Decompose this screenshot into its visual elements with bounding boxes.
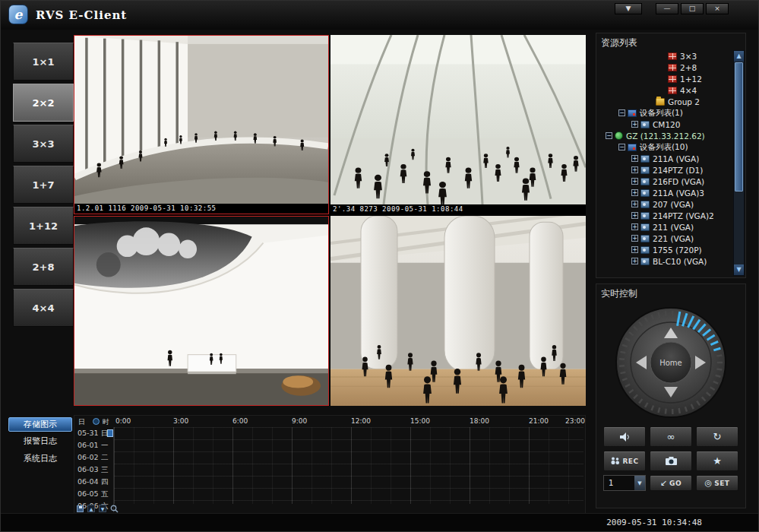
speaker-icon [618, 432, 631, 442]
expand-icon[interactable]: + [631, 178, 638, 185]
time-tick: 15:00 [410, 417, 430, 425]
audio-button[interactable] [603, 426, 646, 447]
expand-icon[interactable]: + [631, 166, 638, 173]
tree-item-cm120[interactable]: +CM120 [598, 119, 732, 130]
ptz-control[interactable]: Home [599, 303, 743, 422]
snapshot-button[interactable] [650, 451, 692, 471]
camera-icon [640, 178, 650, 185]
layout-preset-icon [668, 75, 677, 83]
expand-icon[interactable]: + [631, 155, 638, 162]
status-datetime: 2009-05-31 10:34:48 [606, 518, 702, 527]
layout-button-3x3[interactable]: 3×3 [13, 125, 74, 163]
layout-button-1x1[interactable]: 1×1 [13, 43, 74, 81]
spin-up-icon[interactable]: ▲ [87, 505, 95, 512]
expand-icon[interactable]: + [631, 201, 638, 207]
tree-item-preset-1p12[interactable]: 1+12 [598, 73, 732, 84]
tree-item-214ptz-vga2[interactable]: +214PTZ (VGA)2 [598, 210, 732, 221]
server-online-icon [615, 131, 623, 140]
tree-item-device-list-1[interactable]: −设备列表(1) [598, 107, 732, 119]
set-button[interactable]: ◎ SET [696, 475, 738, 491]
camera-icon [640, 258, 650, 265]
time-tick: 9:00 [292, 417, 307, 425]
chevron-down-icon[interactable]: ▼ [634, 476, 645, 490]
tree-item-207-vga[interactable]: +207 (VGA) [598, 198, 732, 210]
tree-scrollbar[interactable]: ▲ ▼ [733, 50, 745, 276]
favorite-button[interactable]: ★ [696, 451, 738, 471]
timeline-date-row[interactable]: 06-04四 [74, 476, 113, 488]
tree-item-gz-server[interactable]: −GZ (121.33.212.62) [598, 130, 732, 141]
video-snapshot-columns [330, 216, 586, 406]
timeline-date-row[interactable]: 06-02二 [74, 451, 113, 464]
tree-item-221-vga[interactable]: +221 (VGA) [598, 233, 732, 244]
time-tick: 3:00 [173, 417, 188, 425]
video-cell-1[interactable]: 1.2.01 1116 2009-05-31 10:32:55 [74, 35, 329, 214]
title-bar: e RVS E-Client ▼ — □ × [1, 1, 758, 30]
video-timestamp: 1.2.01 1116 2009-05-31 10:32:55 [74, 204, 328, 214]
layout-button-2p8[interactable]: 2+8 [13, 248, 74, 286]
tree-item-211-vga[interactable]: +211 (VGA) [598, 221, 732, 233]
scroll-up-icon[interactable]: ▲ [734, 51, 744, 62]
tab-alarm-log[interactable]: 报警日志 [8, 435, 72, 449]
layout-button-1p12[interactable]: 1+12 [13, 207, 74, 245]
tree-item-211a-vga3[interactable]: +211A (VGA)3 [598, 187, 732, 198]
tree-item-preset-3x3[interactable]: 3×3 [598, 50, 732, 62]
tree-item-216fd-vga[interactable]: +216FD (VGA) [598, 176, 732, 187]
dropdown-button[interactable]: ▼ [615, 3, 642, 14]
time-tick: 18:00 [470, 417, 489, 425]
infinity-icon: ∞ [667, 431, 675, 442]
magnifier-icon[interactable] [110, 505, 119, 513]
tab-storage-chart[interactable]: 存储图示 [8, 417, 72, 432]
channel-select[interactable]: 1 ▼ [603, 475, 646, 491]
expand-icon[interactable]: + [631, 189, 638, 196]
tree-item-device-list-10[interactable]: −设备列表(10) [598, 141, 732, 153]
scrollbar-thumb[interactable] [735, 62, 743, 192]
ptz-home-label: Home [659, 359, 682, 367]
tree-item-1755-720p[interactable]: +1755 (720P) [598, 244, 732, 255]
set-ring-icon: ◎ [705, 478, 713, 488]
collapse-icon[interactable]: − [618, 144, 625, 150]
tree-item-214ptz-d1[interactable]: +214PTZ (D1) [598, 164, 732, 176]
time-tick: 0:00 [115, 417, 131, 425]
video-cell-2[interactable]: 2'.34 8273 2009-05-31 1:08:44 [330, 35, 586, 214]
layout-button-4x4[interactable]: 4×4 [13, 289, 74, 327]
layout-button-2x2[interactable]: 2×2 [13, 84, 74, 122]
expand-icon[interactable]: + [631, 223, 638, 230]
control-panel: 实时控制 Home ∞ ↻ [596, 283, 746, 508]
collapse-icon[interactable]: − [606, 132, 612, 139]
layout-preset-icon [668, 52, 677, 60]
loop-button[interactable]: ∞ [650, 426, 692, 447]
close-button[interactable]: × [706, 3, 729, 14]
collapse-icon[interactable]: − [618, 109, 625, 116]
timeline-date-row[interactable]: 06-05五 [74, 488, 113, 500]
timeline-date-row[interactable]: 05-31日 [74, 427, 113, 439]
tree-item-preset-4x4[interactable]: 4×4 [598, 84, 732, 96]
video-cell-3[interactable] [74, 216, 329, 406]
expand-icon[interactable]: + [631, 258, 638, 264]
video-cell-4[interactable] [330, 216, 586, 406]
minimize-button[interactable]: — [656, 3, 678, 14]
spin-down-icon[interactable]: ▼ [99, 505, 106, 512]
camera-icon [640, 189, 650, 197]
video-timestamp: 2'.34 8273 2009-05-31 1:08:44 [330, 204, 586, 214]
tree-item-211a-vga[interactable]: +211A (VGA) [598, 153, 732, 164]
tree-item-preset-2p8[interactable]: 2+8 [598, 62, 732, 73]
refresh-button[interactable]: ↻ [696, 426, 738, 447]
channel-value: 1 [609, 479, 613, 487]
timeline-date-row[interactable]: 06-03三 [74, 464, 113, 476]
expand-icon[interactable]: + [631, 235, 638, 242]
scroll-down-icon[interactable]: ▼ [734, 264, 744, 275]
expand-icon[interactable]: + [631, 121, 638, 128]
expand-icon[interactable]: + [631, 212, 638, 219]
storage-timeline: 日 时 0:00 3:00 6:00 9:00 12:00 15:00 18:0… [74, 415, 586, 515]
go-button[interactable]: ↙ GO [650, 475, 692, 491]
camera-icon [640, 223, 650, 231]
tree-item-blc10-vga[interactable]: +BL-C10 (VGA) [598, 255, 732, 267]
layout-button-1p7[interactable]: 1+7 [13, 166, 74, 204]
expand-icon[interactable]: + [631, 246, 638, 253]
tree-item-group2[interactable]: Group 2 [598, 96, 732, 107]
maximize-button[interactable]: □ [681, 3, 704, 14]
tab-system-log[interactable]: 系统日志 [8, 452, 72, 467]
save-icon[interactable] [77, 505, 84, 512]
timeline-date-row[interactable]: 06-01一 [74, 439, 113, 451]
record-button[interactable]: REC [603, 451, 646, 471]
